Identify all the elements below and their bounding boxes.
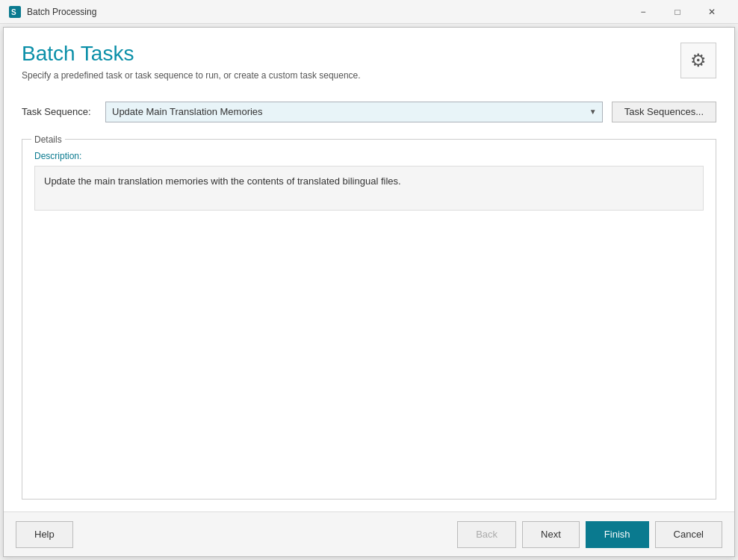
help-button[interactable]: Help (16, 521, 73, 548)
task-sequence-select-wrapper: Update Main Translation Memories Analyze… (105, 102, 603, 122)
close-button[interactable]: ✕ (695, 0, 729, 24)
settings-icon: ⚙ (690, 50, 707, 71)
task-sequence-row: Task Sequence: Update Main Translation M… (22, 102, 716, 122)
description-text: Update the main translation memories wit… (34, 166, 704, 211)
dialog-header-icon: ⚙ (680, 43, 716, 78)
task-sequence-label: Task Sequence: (22, 106, 96, 117)
minimize-button[interactable]: − (626, 0, 660, 24)
dialog: Batch Tasks Specify a predefined task or… (3, 27, 735, 557)
cancel-button[interactable]: Cancel (655, 521, 722, 548)
svg-text:S: S (11, 8, 16, 16)
dialog-body: Task Sequence: Update Main Translation M… (4, 90, 734, 511)
task-sequence-select[interactable]: Update Main Translation Memories Analyze… (105, 102, 603, 122)
dialog-title: Batch Tasks (22, 43, 361, 66)
dialog-subtitle: Specify a predefined task or task sequen… (22, 70, 361, 81)
maximize-button[interactable]: □ (660, 0, 695, 24)
dialog-header: Batch Tasks Specify a predefined task or… (4, 28, 734, 90)
title-bar: S Batch Processing − □ ✕ (0, 0, 738, 24)
back-button[interactable]: Back (457, 521, 516, 548)
app-icon: S (9, 6, 21, 18)
window-controls: − □ ✕ (626, 0, 729, 24)
task-sequences-button[interactable]: Task Sequences... (612, 102, 716, 122)
details-legend: Details (31, 134, 65, 145)
description-label: Description: (34, 151, 704, 161)
dialog-header-left: Batch Tasks Specify a predefined task or… (22, 43, 361, 81)
finish-button[interactable]: Finish (586, 521, 649, 548)
dialog-footer: Help Back Next Finish Cancel (4, 511, 734, 556)
details-group: Details Description: Update the main tra… (22, 134, 716, 500)
next-button[interactable]: Next (522, 521, 580, 548)
title-bar-title: Batch Processing (27, 7, 626, 17)
